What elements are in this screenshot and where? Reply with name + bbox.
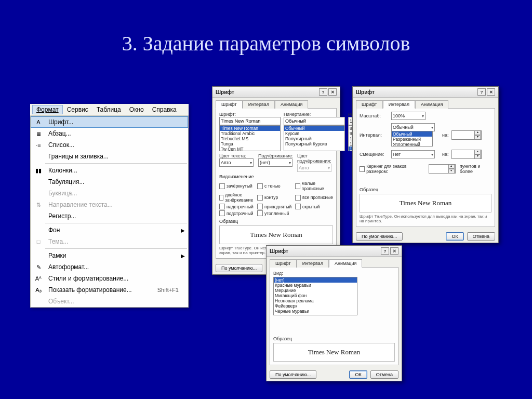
- font-style-list[interactable]: ОбычныйКурсивПолужирныйПолужирный Курсив: [284, 125, 345, 151]
- font-name-list[interactable]: Times New RomanTraditional ArabicTrebuch…: [219, 125, 281, 151]
- menu-item[interactable]: AᴬСтили и форматирование...: [31, 273, 188, 284]
- effect-checkbox[interactable]: надстрочный: [219, 203, 257, 210]
- submenu-arrow-icon: ▶: [181, 228, 185, 233]
- tab-font[interactable]: Шрифт: [216, 100, 243, 109]
- menu-item[interactable]: АᵦПоказать форматирование...Shift+F1: [31, 284, 188, 296]
- effect-checkbox: [295, 210, 333, 217]
- font-preview: Times New Roman: [219, 225, 333, 244]
- list-item[interactable]: Trebuchet MS: [220, 136, 280, 141]
- font-color-combo[interactable]: Авто: [219, 158, 254, 167]
- menubar-item-service[interactable]: Сервис: [63, 105, 92, 114]
- menu-item-label: Рамки: [48, 252, 66, 259]
- help-icon[interactable]: ?: [381, 247, 389, 255]
- animation-list[interactable]: (нет)Красные муравьиМерцаниеМигающий фон…: [273, 277, 357, 315]
- list-item[interactable]: Курсив: [284, 131, 344, 136]
- menu-item[interactable]: Рамки▶: [31, 250, 188, 261]
- list-item[interactable]: Чёрные муравьи: [274, 309, 357, 314]
- help-icon[interactable]: ?: [319, 88, 327, 96]
- interval-dialog-title: Шрифт: [356, 89, 375, 95]
- list-item[interactable]: Неоновая реклама: [274, 298, 357, 303]
- tab-interval[interactable]: Интервал: [383, 100, 415, 109]
- kerning-checkbox[interactable]: Кернинг для знаков размером:: [360, 163, 423, 175]
- list-item[interactable]: Мигающий фон: [274, 293, 357, 298]
- effect-checkbox[interactable]: с тенью: [257, 180, 295, 192]
- menu-item[interactable]: ≣Абзац...: [31, 128, 188, 139]
- slide-title: 3. Задание параметров символов: [0, 0, 532, 66]
- list-item[interactable]: Фейерверк: [274, 303, 357, 309]
- cancel-button[interactable]: Отмена: [370, 370, 398, 379]
- menubar-item-window[interactable]: Окно: [125, 105, 148, 114]
- effect-checkbox[interactable]: утопленный: [257, 210, 295, 217]
- default-button[interactable]: По умолчанию...: [216, 264, 262, 272]
- offset-combo[interactable]: Нет: [391, 150, 435, 158]
- ok-button[interactable]: ОК: [349, 370, 367, 379]
- tab-font[interactable]: Шрифт: [270, 259, 297, 268]
- effect-checkbox[interactable]: подстрочный: [219, 210, 257, 217]
- scale-combo[interactable]: 100%: [391, 112, 425, 120]
- list-item[interactable]: Traditional Arabic: [220, 131, 280, 136]
- menu-item-icon: Aᴬ: [33, 274, 44, 283]
- menubar-item-help[interactable]: Справка: [148, 105, 181, 114]
- interval-preview: Times New Roman: [360, 194, 491, 212]
- kerning-size-spinner[interactable]: ▴▾: [429, 164, 455, 174]
- spacing-value-spinner[interactable]: ▴▾: [451, 130, 481, 140]
- effect-label: малые прописные: [302, 181, 333, 191]
- menu-item[interactable]: ▮▮Колонки...: [31, 165, 188, 176]
- default-button[interactable]: По умолчанию...: [356, 232, 403, 241]
- list-item[interactable]: Tunga: [220, 141, 280, 147]
- menu-item[interactable]: Табуляция...: [31, 176, 188, 188]
- close-icon[interactable]: ✕: [390, 247, 398, 255]
- underline-combo[interactable]: (нет): [258, 158, 292, 167]
- close-icon[interactable]: ✕: [487, 88, 495, 96]
- list-item[interactable]: Полужирный: [284, 136, 344, 141]
- effect-checkbox[interactable]: зачёркнутый: [219, 180, 257, 192]
- menu-item-icon: [33, 297, 44, 305]
- interval-dialog-titlebar: Шрифт ? ✕: [353, 87, 498, 98]
- spacing-list[interactable]: ОбычныйРазреженныйУплотнённый: [391, 131, 433, 147]
- font-name-input[interactable]: [219, 117, 281, 125]
- menu-item-label: Направление текста...: [48, 201, 113, 208]
- default-button[interactable]: По умолчанию...: [270, 370, 316, 379]
- tab-anim[interactable]: Анимация: [275, 100, 308, 109]
- list-item[interactable]: Times New Roman: [220, 126, 280, 131]
- tab-interval[interactable]: Интервал: [297, 259, 329, 268]
- menubar-item-format[interactable]: Формат: [32, 105, 63, 114]
- ok-button[interactable]: ОК: [446, 232, 463, 241]
- list-item[interactable]: Tw Cen MT: [220, 147, 280, 151]
- help-icon[interactable]: ?: [477, 88, 486, 96]
- list-item[interactable]: Полужирный Курсив: [284, 141, 344, 147]
- effect-checkbox[interactable]: приподнятый: [257, 203, 295, 210]
- close-icon[interactable]: ✕: [328, 88, 337, 96]
- menubar-item-table[interactable]: Таблица: [92, 105, 125, 114]
- list-item[interactable]: Уплотнённый: [392, 142, 432, 147]
- list-item[interactable]: Мерцание: [274, 288, 357, 293]
- cancel-button[interactable]: Отмена: [467, 232, 495, 241]
- format-menu-dropdown: AШрифт...≣Абзац...∙≡Список...Границы и з…: [30, 116, 189, 308]
- list-item[interactable]: Красные муравьи: [274, 283, 357, 288]
- menu-item[interactable]: Регистр...: [31, 210, 188, 222]
- effect-checkbox[interactable]: все прописные: [295, 192, 333, 203]
- menu-item[interactable]: AШрифт...: [31, 116, 188, 128]
- list-item[interactable]: Обычный: [392, 131, 432, 137]
- offset-value-spinner[interactable]: ▴▾: [451, 150, 481, 159]
- font-dialog-tabs: Шрифт Интервал Анимация: [212, 98, 340, 108]
- effect-checkbox[interactable]: скрытый: [295, 203, 333, 210]
- effect-checkbox[interactable]: малые прописные: [295, 180, 333, 192]
- effect-checkbox[interactable]: двойное зачёркивание: [219, 192, 257, 203]
- font-style-input[interactable]: [284, 117, 345, 125]
- list-item[interactable]: Разреженный: [392, 137, 432, 142]
- menu-item[interactable]: ✎Автоформат...: [31, 261, 188, 273]
- list-item[interactable]: (нет): [274, 277, 357, 283]
- tab-interval[interactable]: Интервал: [243, 100, 275, 109]
- underline-color-combo[interactable]: Авто: [297, 164, 331, 172]
- tab-anim[interactable]: Анимация: [329, 259, 362, 268]
- effect-checkbox[interactable]: контур: [257, 192, 295, 203]
- menu-item-icon: [33, 226, 44, 234]
- list-item[interactable]: Обычный: [284, 126, 344, 131]
- menu-item[interactable]: Границы и заливка...: [31, 151, 188, 162]
- menu-item[interactable]: ∙≡Список...: [31, 139, 188, 151]
- tab-anim[interactable]: Анимация: [415, 100, 448, 109]
- tab-font[interactable]: Шрифт: [356, 100, 383, 109]
- spacing-combo[interactable]: Обычный: [391, 123, 435, 131]
- menu-item[interactable]: Фон▶: [31, 224, 188, 236]
